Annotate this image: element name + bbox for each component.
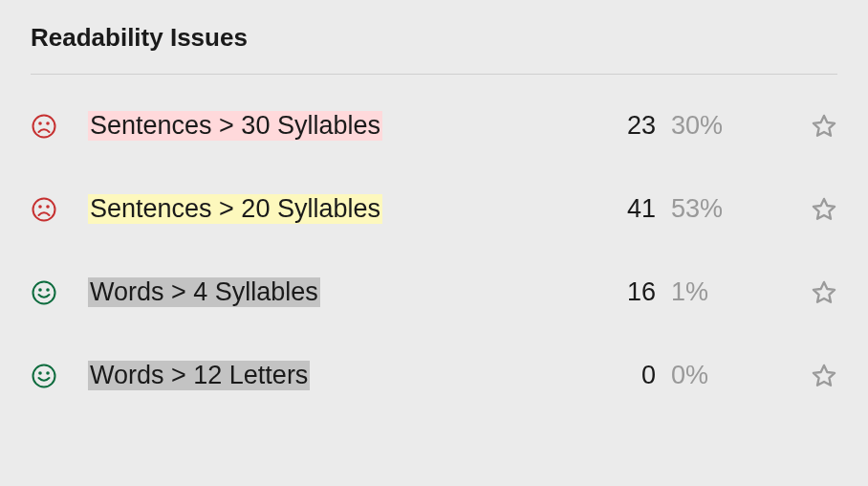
issue-row: Sentences > 20 Syllables 41 53% bbox=[31, 167, 837, 251]
svg-point-5 bbox=[46, 205, 50, 209]
star-icon[interactable] bbox=[811, 113, 837, 140]
issue-row: Words > 12 Letters 0 0% bbox=[31, 334, 837, 417]
star-icon[interactable] bbox=[811, 196, 837, 223]
issue-label[interactable]: Words > 4 Syllables bbox=[88, 277, 320, 307]
issue-percent: 53% bbox=[656, 194, 742, 224]
issue-label[interactable]: Words > 12 Letters bbox=[88, 361, 310, 390]
sad-face-icon bbox=[31, 113, 57, 140]
issue-label[interactable]: Sentences > 20 Syllables bbox=[88, 194, 382, 224]
svg-point-6 bbox=[33, 281, 55, 303]
svg-point-0 bbox=[33, 115, 55, 137]
happy-face-icon bbox=[31, 363, 57, 389]
panel-title: Readability Issues bbox=[31, 23, 837, 53]
svg-point-9 bbox=[33, 364, 55, 387]
issue-percent: 1% bbox=[656, 277, 742, 307]
svg-point-1 bbox=[38, 122, 42, 125]
svg-point-2 bbox=[46, 122, 50, 125]
issue-count: 23 bbox=[598, 111, 656, 141]
issue-count: 16 bbox=[598, 277, 656, 307]
svg-point-10 bbox=[38, 371, 42, 375]
issue-percent: 0% bbox=[656, 361, 742, 390]
issue-row: Words > 4 Syllables 16 1% bbox=[31, 251, 837, 334]
issue-count: 0 bbox=[598, 361, 656, 390]
svg-point-4 bbox=[38, 205, 42, 209]
star-icon[interactable] bbox=[811, 363, 837, 389]
svg-point-11 bbox=[46, 371, 50, 375]
svg-point-7 bbox=[38, 288, 42, 292]
svg-point-8 bbox=[46, 288, 50, 292]
sad-face-icon bbox=[31, 196, 57, 223]
issue-count: 41 bbox=[598, 194, 656, 224]
divider bbox=[31, 74, 837, 75]
issue-percent: 30% bbox=[656, 111, 742, 141]
svg-point-3 bbox=[33, 198, 55, 220]
issue-row: Sentences > 30 Syllables 23 30% bbox=[31, 84, 837, 167]
happy-face-icon bbox=[31, 279, 57, 306]
issue-label[interactable]: Sentences > 30 Syllables bbox=[88, 111, 382, 141]
star-icon[interactable] bbox=[811, 279, 837, 306]
